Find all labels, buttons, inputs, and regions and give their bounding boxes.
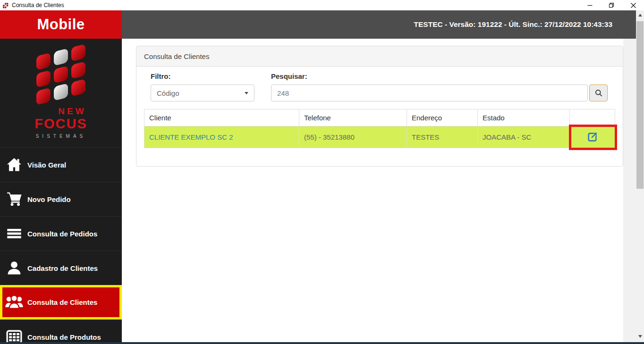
window-bottom-edge xyxy=(0,342,644,344)
app-header: Mobile TESTEC - Versão: 191222 - Últ. Si… xyxy=(0,10,636,39)
search-row xyxy=(271,84,608,101)
column-header-estado: Estado xyxy=(478,109,570,126)
client-phone: (55) - 35213880 xyxy=(299,126,407,148)
panel-title: Consulta de Clientes xyxy=(136,46,623,67)
search-icon xyxy=(594,88,603,98)
sidebar-item-cadastro-clientes[interactable]: Cadastro de Clientes xyxy=(0,251,122,285)
restore-icon xyxy=(609,2,614,8)
table-row: CLIENTE EXEMPLO SC 2 (55) - 35213880 TES… xyxy=(144,126,615,148)
vertical-scrollbar xyxy=(636,10,644,344)
column-header-endereco: Endereço xyxy=(407,109,478,126)
search-button[interactable] xyxy=(589,84,608,101)
logo-text-sistemas: SISTEMAS xyxy=(36,134,86,139)
triangle-down-icon xyxy=(638,335,642,338)
filter-bar: Filtro: Código Pesquisar: xyxy=(144,72,615,101)
sidebar-item-label: Consulta de Pedidos xyxy=(27,230,97,238)
search-input[interactable] xyxy=(271,84,588,101)
sidebar-item-consulta-pedidos[interactable]: Consulta de Pedidos xyxy=(0,216,122,251)
sidebar-item-label: Consulta de Produtos xyxy=(27,333,101,341)
client-name-link[interactable]: CLIENTE EXEMPLO SC 2 xyxy=(144,126,299,148)
minimize-icon xyxy=(587,3,593,8)
filter-select[interactable]: Código xyxy=(151,84,254,101)
client-address: TESTES xyxy=(407,126,478,148)
consulta-clientes-panel: Consulta de Clientes Filtro: Código Pesq… xyxy=(136,46,623,167)
app-viewport: Mobile TESTEC - Versão: 191222 - Últ. Si… xyxy=(0,10,636,344)
close-button[interactable] xyxy=(622,0,644,10)
sidebar-item-label: Novo Pedido xyxy=(27,195,71,203)
scrollbar-down-button[interactable] xyxy=(636,333,644,340)
column-header-cliente: Cliente xyxy=(144,109,299,126)
search-group: Pesquisar: xyxy=(271,72,608,101)
client-state: JOACABA - SC xyxy=(478,126,570,148)
list-icon xyxy=(5,226,24,241)
people-icon xyxy=(5,293,24,312)
logo-text-new: NEW xyxy=(58,107,86,117)
sidebar: NEW FOCUS SISTEMAS Visão Geral xyxy=(0,39,122,344)
minimize-button[interactable] xyxy=(579,0,601,10)
restore-button[interactable] xyxy=(601,0,622,10)
close-icon xyxy=(631,3,636,8)
filter-label: Filtro: xyxy=(151,72,254,80)
filter-group: Filtro: Código xyxy=(151,72,254,101)
window-titlebar: Consulta de Clientes xyxy=(0,0,644,10)
filter-selected-value: Código xyxy=(157,89,179,97)
sidebar-item-label: Consulta de Clientes xyxy=(27,298,97,306)
sync-status-text: TESTEC - Versão: 191222 - Últ. Sinc.: 27… xyxy=(414,20,612,29)
sidebar-item-consulta-produtos[interactable]: Consulta de Produtos xyxy=(0,319,122,344)
column-header-telefone: Telefone xyxy=(299,109,407,126)
company-logo: NEW FOCUS SISTEMAS xyxy=(0,39,122,147)
table-header-row: Cliente Telefone Endereço Estado xyxy=(144,109,615,126)
app-content: NEW FOCUS SISTEMAS Visão Geral xyxy=(0,39,636,344)
brand-banner: Mobile xyxy=(0,10,122,39)
column-header-actions xyxy=(570,109,615,126)
sidebar-item-visao-geral[interactable]: Visão Geral xyxy=(0,147,122,182)
window-controls xyxy=(579,0,644,10)
external-link-icon xyxy=(586,131,599,143)
open-client-button[interactable] xyxy=(585,130,601,145)
sidebar-item-consulta-clientes[interactable]: Consulta de Clientes xyxy=(0,285,122,319)
logo-tiles-icon xyxy=(36,44,85,105)
search-label: Pesquisar: xyxy=(271,72,608,80)
panel-body: Filtro: Código Pesquisar: xyxy=(136,67,623,166)
home-icon xyxy=(5,157,24,173)
chevron-down-icon xyxy=(245,92,248,94)
scrollbar-up-button[interactable] xyxy=(636,11,644,19)
clients-table: Cliente Telefone Endereço Estado CLIENTE… xyxy=(144,109,615,148)
window-title: Consulta de Clientes xyxy=(12,2,64,8)
scrollbar-thumb[interactable] xyxy=(636,21,644,189)
sidebar-item-label: Visão Geral xyxy=(27,161,66,169)
sidebar-item-label: Cadastro de Clientes xyxy=(27,264,98,272)
sidebar-item-novo-pedido[interactable]: Novo Pedido xyxy=(0,182,122,216)
app-logo-icon xyxy=(2,2,8,8)
cart-icon xyxy=(5,191,24,207)
right-gutter xyxy=(623,39,637,344)
sync-status-bar: TESTEC - Versão: 191222 - Últ. Sinc.: 27… xyxy=(122,10,636,39)
main-area: Consulta de Clientes Filtro: Código Pesq… xyxy=(122,39,637,344)
client-actions-cell xyxy=(570,126,615,148)
logo-text-focus: FOCUS xyxy=(34,117,87,132)
triangle-up-icon xyxy=(638,14,642,17)
person-icon xyxy=(5,260,24,276)
